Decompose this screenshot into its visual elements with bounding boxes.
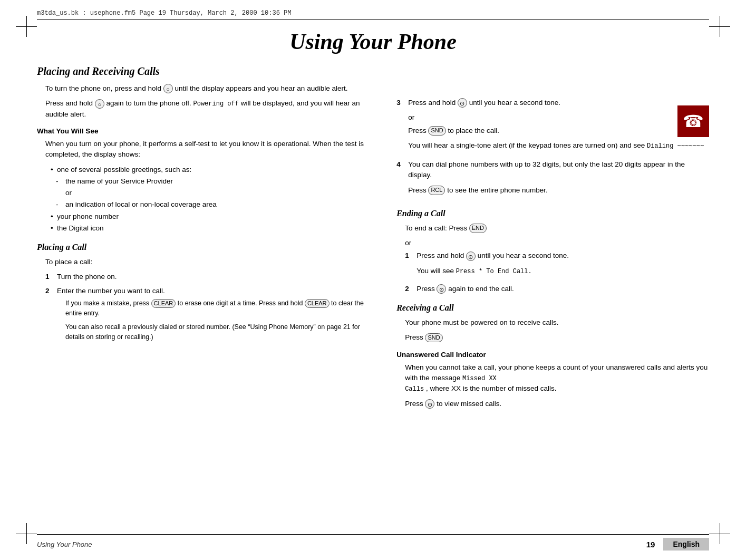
receiving-para: Your phone must be powered on to receive… <box>405 317 709 328</box>
right-column: 3 Press and hold ⊙ until you hear a seco… <box>396 63 709 528</box>
list-item: the name of your Service Provider <box>56 176 381 187</box>
step3-num: 3 <box>396 98 404 155</box>
ending-call-block: To end a call: Press END or 1 Press and … <box>396 223 709 294</box>
placing-call-intro: To place a call: <box>45 257 381 267</box>
intro-para2: Press and hold ○ again to turn the phone… <box>45 98 381 120</box>
list-item: your phone number <box>51 211 381 222</box>
powering-off-text: Powering off <box>193 100 239 108</box>
step4-num: 4 <box>396 159 404 200</box>
step3-text: Press and hold ⊙ until you hear a second… <box>408 98 704 108</box>
footer-page-label: Using Your Phone <box>37 540 92 548</box>
list-item: the Digital icon <box>51 223 381 234</box>
step2-note2: You can also recall a previously dialed … <box>65 322 381 342</box>
dialing-text: Dialing ∼∼∼∼∼∼∼ <box>647 142 704 150</box>
view-key: ⊙ <box>425 399 434 409</box>
placing-call-block: To place a call: 1 Turn the phone on. 2 … <box>37 257 381 346</box>
ending-intro-line: To end a call: Press END <box>405 223 709 234</box>
intro-block: To turn the phone on, press and hold ○ u… <box>37 83 381 120</box>
step4-rcl-line: Press RCL to see the entire phone number… <box>408 185 709 196</box>
clear-key-1: CLEAR <box>151 299 176 308</box>
corner-mark-br <box>709 523 730 544</box>
footer-language: English <box>663 538 709 551</box>
step4-text: You can dial phone numbers with up to 32… <box>408 159 709 181</box>
left-column: Placing and Receiving Calls To turn the … <box>37 63 381 528</box>
step3-snd-line: Press SND to place the call. <box>408 125 704 136</box>
step2-note1: If you make a mistake, press CLEAR to er… <box>57 298 381 342</box>
end-key: END <box>469 224 487 233</box>
what-you-see-para: When you turn on your phone, it performs… <box>45 139 381 160</box>
corner-mark-bl <box>16 523 37 544</box>
list-item: an indication of local or non-local cove… <box>56 199 381 210</box>
list-item-or: or <box>65 188 381 198</box>
snd-key-1: SND <box>428 126 445 135</box>
receiving-press-line: Press SND <box>405 332 709 343</box>
placing-call-title: Placing a Call <box>37 241 381 254</box>
ending-step2-key: ⊙ <box>437 284 446 294</box>
step3-key: ⊙ <box>458 98 467 108</box>
ending-steps-list: 1 Press and hold ⊙ until you hear a seco… <box>405 250 709 294</box>
power-key-1: ○ <box>163 84 173 93</box>
list-item: one of several possible greetings, such … <box>51 165 381 175</box>
unanswered-para: When you cannot take a call, your phone … <box>405 362 709 394</box>
ending-step-1: 1 Press and hold ⊙ until you hear a seco… <box>405 250 709 281</box>
ending-or: or <box>405 238 709 248</box>
step3-or: or <box>408 112 704 123</box>
what-you-will-see-title: What You Will See <box>37 126 381 137</box>
ending-call-title: Ending a Call <box>396 207 709 220</box>
ending-step1-key: ⊙ <box>466 252 476 261</box>
rcl-key: RCL <box>428 186 445 195</box>
receiving-call-title: Receiving a Call <box>396 302 709 314</box>
ending-step-2: 2 Press ⊙ again to end the call. <box>405 284 709 294</box>
step-1: 1 Turn the phone on. <box>45 272 381 282</box>
step3-note: You will hear a single-tone alert (if th… <box>408 140 704 151</box>
step-2: 2 Enter the number you want to call. If … <box>45 286 381 346</box>
what-you-see-list: one of several possible greetings, such … <box>45 165 381 234</box>
what-you-see-block: When you turn on your phone, it performs… <box>37 139 381 234</box>
page-header: m3tda_us.bk : usephone.fm5 Page 19 Thurs… <box>37 9 709 20</box>
placing-steps-list: 1 Turn the phone on. 2 Enter the number … <box>45 272 381 346</box>
main-content: Placing and Receiving Calls To turn the … <box>37 63 709 528</box>
receiving-call-block: Your phone must be powered on to receive… <box>396 317 709 343</box>
step3-block: 3 Press and hold ⊙ until you hear a seco… <box>396 63 709 155</box>
press-to-end-text: Press * To End Call. <box>456 268 532 275</box>
header-text: m3tda_us.bk : usephone.fm5 Page 19 Thurs… <box>37 9 291 17</box>
footer-page-number: 19 <box>646 540 655 549</box>
unanswered-title: Unanswered Call Indicator <box>396 350 709 360</box>
step4-block: 4 You can dial phone numbers with up to … <box>396 159 709 200</box>
page-title: Using Your Phone <box>0 29 746 54</box>
press-to-view-line: Press ⊙ to view missed calls. <box>405 399 709 409</box>
page-footer: Using Your Phone 19 English <box>37 534 709 551</box>
clear-key-2: CLEAR <box>305 299 330 308</box>
power-key-2: ○ <box>95 99 104 109</box>
unanswered-block: When you cannot take a call, your phone … <box>396 362 709 409</box>
section-title-placing-receiving: Placing and Receiving Calls <box>37 63 381 79</box>
intro-para1: To turn the phone on, press and hold ○ u… <box>45 83 381 94</box>
receiving-snd-key: SND <box>425 333 442 342</box>
